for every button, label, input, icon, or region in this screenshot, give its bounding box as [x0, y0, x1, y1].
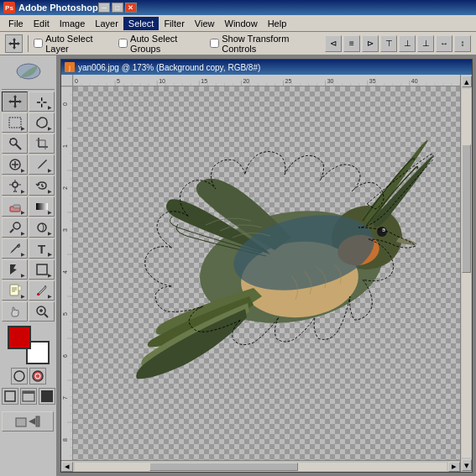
scroll-thumb-h[interactable] [149, 463, 298, 471]
tool-row-notes: ▶ ▶ [2, 280, 55, 301]
quick-mask-row [11, 368, 46, 384]
svg-text:0: 0 [75, 78, 78, 84]
quick-mask-icon[interactable] [29, 368, 46, 384]
zoom-button[interactable] [29, 301, 55, 322]
shape-button[interactable]: ▶ [29, 259, 55, 280]
eraser-button[interactable]: ▶ [2, 196, 28, 217]
show-transform-controls-label[interactable]: Show Transform Controls [210, 34, 322, 54]
standard-screen-icon[interactable] [2, 388, 18, 405]
fullscreen-menu-icon[interactable] [20, 388, 37, 405]
text-button[interactable]: T ▶ [29, 238, 55, 259]
notes-button[interactable]: ▶ [2, 280, 28, 301]
dist-v-icon[interactable]: ↕ [454, 35, 471, 52]
crop-button[interactable] [29, 133, 55, 154]
show-transform-controls-text: Show Transform Controls [222, 34, 322, 54]
lasso-button[interactable]: ▶ [29, 112, 55, 133]
menu-file[interactable]: File [3, 17, 29, 30]
svg-text:1: 1 [62, 144, 68, 148]
path-select-button[interactable]: ▶ [2, 259, 28, 280]
auto-select-layer-checkbox[interactable] [34, 39, 43, 48]
svg-text:2: 2 [62, 186, 68, 190]
foreground-color-swatch[interactable] [8, 326, 31, 349]
svg-text:6: 6 [62, 354, 68, 358]
vertical-scrollbar[interactable]: ▴ ▾ [460, 75, 472, 472]
align-bot-icon[interactable]: ⊥ [417, 35, 434, 52]
menu-image[interactable]: Image [55, 17, 91, 30]
svg-text:35: 35 [369, 78, 376, 84]
dist-h-icon[interactable]: ↔ [436, 35, 452, 52]
svg-text:0: 0 [62, 102, 68, 106]
menu-view[interactable]: View [190, 17, 220, 30]
menu-window[interactable]: Window [220, 17, 263, 30]
align-right-icon[interactable]: ⊳ [362, 35, 379, 52]
hand-button[interactable] [2, 301, 28, 322]
pen-button[interactable]: ▶ [2, 238, 28, 259]
svg-text:4: 4 [62, 270, 68, 274]
svg-rect-44 [36, 416, 39, 426]
heal-button[interactable]: ▶ [2, 154, 28, 175]
ruler-top-row: 0 5 10 15 20 25 [61, 75, 460, 86]
maximize-button[interactable]: □ [112, 3, 123, 13]
svg-rect-2 [9, 118, 21, 128]
canvas-viewport [73, 86, 460, 460]
scroll-track-h[interactable] [75, 463, 447, 471]
align-mid-icon[interactable]: ⊥ [399, 35, 416, 52]
svg-text:30: 30 [327, 78, 334, 84]
auto-select-groups-label[interactable]: Auto Select Groups [118, 34, 207, 54]
gradient-button[interactable]: ▶ [29, 196, 55, 217]
document-window: j yan006.jpg @ 173% (Background copy, RG… [60, 59, 473, 473]
svg-text:7: 7 [62, 396, 68, 400]
menu-select[interactable]: Select [123, 17, 160, 30]
align-center-icon[interactable]: ≡ [343, 35, 360, 52]
titlebar: Ps Adobe Photoshop ─ □ ✕ [0, 0, 476, 15]
scroll-right-button[interactable]: ▸ [448, 462, 460, 472]
svg-rect-41 [41, 390, 53, 402]
auto-select-layer-label[interactable]: Auto Select Layer [34, 34, 115, 54]
menu-layer[interactable]: Layer [90, 17, 123, 30]
tool-row-heal: ▶ ▶ [2, 154, 55, 175]
app-icon-text: Ps [5, 4, 13, 12]
ruler-corner [61, 75, 73, 86]
scroll-up-button[interactable]: ▴ [462, 76, 472, 87]
align-left-icon[interactable]: ⊲ [325, 35, 342, 52]
brush-button[interactable]: ▶ [29, 154, 55, 175]
fullscreen-icon[interactable] [39, 388, 55, 405]
menu-filter[interactable]: Filter [159, 17, 189, 30]
scroll-track-v[interactable] [462, 89, 471, 458]
window-controls: ─ □ ✕ [98, 3, 137, 13]
magic-wand-button[interactable] [2, 133, 28, 154]
align-top-icon[interactable]: ⊤ [380, 35, 397, 52]
svg-point-23 [38, 223, 46, 232]
rect-marquee-button[interactable]: ▶ [2, 112, 28, 133]
auto-select-layer-text: Auto Select Layer [45, 34, 115, 54]
auto-select-groups-checkbox[interactable] [118, 39, 128, 48]
scroll-down-button[interactable]: ▾ [462, 459, 472, 471]
dodge-button[interactable]: ▶ [2, 217, 28, 238]
horizontal-scrollbar[interactable]: ◂ ▸ [61, 460, 460, 472]
normal-mode-icon[interactable] [11, 368, 28, 384]
move-tool-button[interactable] [2, 92, 28, 112]
tool-row-clone: ▶ ▶ [2, 175, 55, 196]
main-area: ⊹ ▶ ▶ ▶ [0, 55, 476, 476]
slice-tool-button[interactable]: ⊹ ▶ [29, 92, 55, 112]
svg-rect-42 [16, 418, 26, 426]
minimize-button[interactable]: ─ [98, 3, 110, 13]
options-icons-right: ⊲ ≡ ⊳ ⊤ ⊥ ⊥ ↔ ↕ [325, 35, 471, 52]
close-button[interactable]: ✕ [125, 3, 137, 13]
svg-text:25: 25 [285, 78, 292, 84]
menu-edit[interactable]: Edit [29, 17, 55, 30]
document-titlebar: j yan006.jpg @ 173% (Background copy, RG… [61, 60, 472, 75]
clone-button[interactable]: ▶ [2, 175, 28, 196]
smudge-button[interactable]: ▶ [29, 217, 55, 238]
bird-layer [123, 103, 434, 397]
svg-point-167 [377, 227, 387, 237]
scroll-thumb-v[interactable] [462, 144, 471, 274]
show-transform-controls-checkbox[interactable] [210, 39, 219, 48]
tool-row-pen: ▶ T ▶ [2, 238, 55, 259]
eyedropper-button[interactable]: ▶ [29, 280, 55, 301]
menu-help[interactable]: Help [263, 17, 292, 30]
svg-rect-38 [5, 391, 15, 401]
scroll-left-button[interactable]: ◂ [61, 462, 73, 472]
history-button[interactable]: ▶ [29, 175, 55, 196]
jump-imageready-button[interactable] [2, 411, 54, 432]
